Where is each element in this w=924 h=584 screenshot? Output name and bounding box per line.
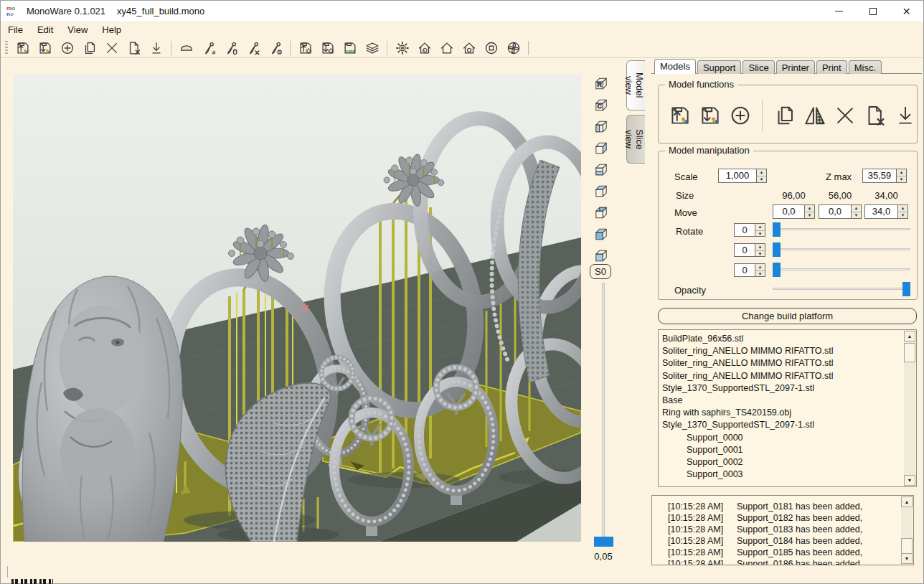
tab-slice[interactable]: Slice xyxy=(742,60,774,74)
change-build-platform-button[interactable]: Change build platform xyxy=(658,308,917,324)
tab-misc[interactable]: Misc. xyxy=(849,60,882,74)
viewport-3d[interactable] xyxy=(13,74,581,542)
rotate-z-slider-thumb[interactable] xyxy=(773,263,781,277)
layer-slider-track[interactable] xyxy=(602,283,605,541)
list-item[interactable]: Base xyxy=(662,395,902,407)
list-item[interactable]: Ring with saphirs_TS420159.obj xyxy=(662,407,902,419)
rotate-y-spinbox[interactable]: 0 ▲▼ xyxy=(734,243,765,257)
move-y-spin-up[interactable]: ▲ xyxy=(852,205,861,212)
move-y-spinbox[interactable]: 0,0 ▲▼ xyxy=(819,204,862,219)
rotate-y-value[interactable]: 0 xyxy=(735,244,755,256)
rotate-z-slider-track[interactable] xyxy=(773,268,910,270)
rotate-x-value[interactable]: 0 xyxy=(735,224,755,236)
tab-support[interactable]: Support xyxy=(697,60,742,74)
move-x-spinbox[interactable]: 0,0 ▲▼ xyxy=(773,204,815,219)
copy-model-button[interactable] xyxy=(80,39,99,57)
rotate-x-slider-thumb[interactable] xyxy=(773,222,781,237)
view-left-button[interactable] xyxy=(593,118,610,135)
menu-view[interactable]: View xyxy=(60,22,95,38)
add-model-button[interactable] xyxy=(58,39,77,57)
drop-model-button[interactable] xyxy=(892,102,918,129)
rotate-z-spin-down[interactable]: ▼ xyxy=(755,271,765,278)
view-front-button[interactable] xyxy=(593,248,610,264)
view-cube-center-button[interactable]: C xyxy=(593,97,610,113)
view-right-button[interactable] xyxy=(593,140,610,156)
opacity-slider[interactable] xyxy=(773,282,910,296)
list-item[interactable]: Soliter_ring_ANELLO MIMMO RIFATTO.stl xyxy=(662,370,902,382)
view-bottom-button[interactable] xyxy=(593,161,610,178)
maximize-button[interactable] xyxy=(856,1,890,22)
rotate-z-spin-up[interactable]: ▲ xyxy=(755,264,765,271)
rotate-y-slider[interactable] xyxy=(773,242,910,257)
menu-edit[interactable]: Edit xyxy=(30,22,60,38)
list-item[interactable]: Support_0003 xyxy=(662,468,902,481)
list-item[interactable]: Style_1370_SupportedSTL_2097-1.stl xyxy=(662,419,902,431)
import-model-button[interactable] xyxy=(14,39,32,57)
list-item[interactable]: Soliter_ring_ANELLO MIMMO RIFATTO.stl xyxy=(662,345,902,357)
zmax-spin-up[interactable]: ▲ xyxy=(897,169,906,176)
zmax-value[interactable]: 35,59 xyxy=(863,169,896,182)
list-item[interactable]: Support_0000 xyxy=(662,432,902,444)
delete-model-button[interactable] xyxy=(832,102,857,129)
scale-spinbox[interactable]: 1,000 ▲▼ xyxy=(718,169,767,183)
move-z-value[interactable]: 34,0 xyxy=(865,205,897,218)
tab-models[interactable]: Models xyxy=(654,59,696,74)
rotate-y-spin-down[interactable]: ▼ xyxy=(755,251,765,258)
minimize-button[interactable] xyxy=(822,1,856,22)
slice-layers-button[interactable] xyxy=(363,39,382,57)
support-edit-button[interactable] xyxy=(222,39,240,57)
slice-zero-button[interactable]: S0 xyxy=(590,264,611,279)
rotate-y-slider-track[interactable] xyxy=(773,248,910,250)
menu-help[interactable]: Help xyxy=(95,22,128,38)
move-x-spin-up[interactable]: ▲ xyxy=(805,205,814,212)
menu-file[interactable]: File xyxy=(1,22,30,38)
mirror-model-button[interactable] xyxy=(802,102,827,129)
scroll-up-button[interactable]: ▲ xyxy=(904,331,915,342)
move-z-spinbox[interactable]: 34,0 ▲▼ xyxy=(864,204,908,219)
clear-models-button[interactable] xyxy=(862,102,887,129)
view-cube-reset-button[interactable]: R xyxy=(593,75,610,92)
view-iso-button[interactable] xyxy=(593,226,610,242)
move-x-value[interactable]: 0,0 xyxy=(773,205,804,218)
move-y-value[interactable]: 0,0 xyxy=(819,205,851,218)
layer-slider-thumb[interactable] xyxy=(594,537,613,547)
list-item[interactable]: Support_0002 xyxy=(662,456,902,468)
zmax-spinbox[interactable]: 35,59 ▲▼ xyxy=(862,169,907,183)
move-z-spin-up[interactable]: ▲ xyxy=(898,205,908,212)
model-list[interactable]: ▲ ▼ BuildPlate_96x56.stlSoliter_ring_ANE… xyxy=(658,329,917,487)
view-back-button[interactable] xyxy=(593,204,610,221)
toolbar-grip[interactable] xyxy=(5,41,8,55)
fan-button[interactable] xyxy=(504,39,523,57)
list-item[interactable]: Soliter_ring_ANELLO MIMMO RIFATTO.stl xyxy=(662,357,902,369)
scroll-down-button[interactable]: ▼ xyxy=(901,553,913,564)
scale-spin-up[interactable]: ▲ xyxy=(757,169,766,176)
list-item[interactable]: Support_0001 xyxy=(662,444,902,456)
move-y-spin-down[interactable]: ▼ xyxy=(852,212,861,219)
import-build-button[interactable] xyxy=(296,39,315,57)
scroll-down-button[interactable]: ▼ xyxy=(904,475,915,486)
rotate-x-spinbox[interactable]: 0 ▲▼ xyxy=(734,223,765,237)
stop-button[interactable] xyxy=(482,39,501,57)
layer-slider[interactable] xyxy=(593,283,615,550)
close-button[interactable]: ✕ xyxy=(890,1,923,22)
export-cws-button[interactable]: cws xyxy=(341,39,359,57)
tab-model-view[interactable]: Model view xyxy=(626,60,645,110)
zmax-spin-down[interactable]: ▼ xyxy=(897,176,906,183)
rotate-x-slider[interactable] xyxy=(773,222,910,237)
copy-model-button[interactable] xyxy=(772,102,797,129)
drop-model-button[interactable] xyxy=(147,39,166,57)
model-list-scrollbar[interactable]: ▲ ▼ xyxy=(904,331,915,486)
view-top-button[interactable] xyxy=(593,183,610,199)
settings-button[interactable] xyxy=(393,39,412,57)
scale-value[interactable]: 1,000 xyxy=(719,169,756,182)
rotate-z-spinbox[interactable]: 0 ▲▼ xyxy=(734,263,765,277)
rotate-x-spin-down[interactable]: ▼ xyxy=(755,231,765,237)
log-box[interactable]: ▲ ▼ [10:15:28 AM]Support_0181 has been a… xyxy=(651,495,914,565)
delete-model-button[interactable] xyxy=(103,39,121,57)
export-build-button[interactable] xyxy=(319,39,337,57)
rotate-z-slider[interactable] xyxy=(773,263,910,277)
rotate-y-spin-up[interactable]: ▲ xyxy=(755,244,765,251)
view-orbit-button[interactable] xyxy=(415,39,434,57)
tab-printer[interactable]: Printer xyxy=(776,60,815,74)
view-rotate-button[interactable] xyxy=(460,39,478,57)
